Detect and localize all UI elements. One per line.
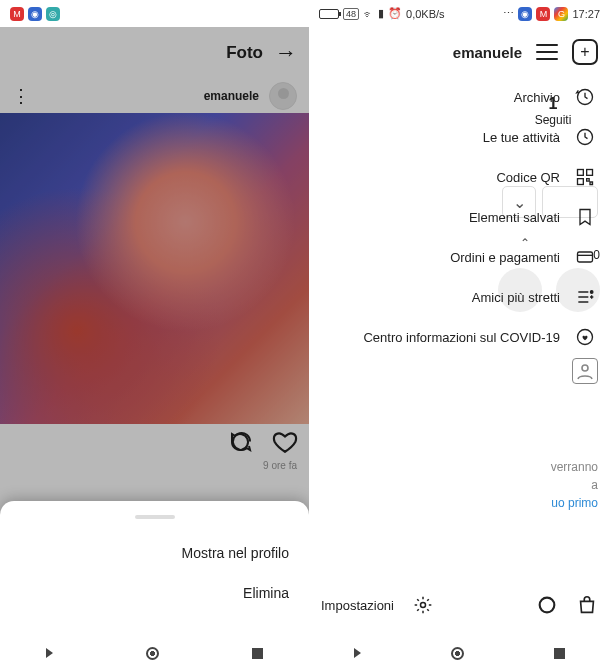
android-nav-right [309,635,610,671]
app-icon: M [10,7,24,21]
nav-home-icon[interactable] [146,647,159,660]
menu-archive[interactable]: Archivio [309,77,610,117]
bookmark-icon [574,206,596,228]
nav-recent-icon[interactable] [252,648,263,659]
menu-closefriends[interactable]: Amici più stretti [309,277,610,317]
app-icon: ◎ [46,7,60,21]
app-icon: M [536,7,550,21]
svg-point-9 [540,598,555,613]
status-bar-left: M ◉ ◎ [0,0,309,27]
nav-home-icon[interactable] [451,647,464,660]
gear-icon[interactable] [412,594,434,616]
svg-rect-3 [578,170,584,176]
left-screenshot: M ◉ ◎ → Foto emanuele ⋮ 9 ore fa [0,0,309,671]
bottom-sheet: Mostra nel profilo Elimina [0,501,309,635]
app-icon: ◉ [28,7,42,21]
svg-point-10 [420,603,425,608]
svg-point-7 [590,291,593,294]
settings-label[interactable]: Impostazioni [321,598,394,613]
ring-icon[interactable] [536,594,558,616]
svg-rect-4 [587,170,593,176]
android-nav-left [0,635,309,671]
battery-label: 48 [343,8,359,20]
create-icon[interactable]: + [572,39,598,65]
bottom-bar: Impostazioni [309,585,610,625]
qr-icon [574,166,596,188]
nav-recent-icon[interactable] [554,648,565,659]
menu-orders[interactable]: Ordini e pagamenti [309,237,610,277]
menu-covid[interactable]: Centro informazioni sul COVID-19 [309,317,610,357]
more-status-icon: ⋯ [503,7,514,20]
drag-handle[interactable] [135,515,175,519]
signal-icon: ▮ [378,7,384,20]
sheet-option-delete[interactable]: Elimina [0,573,309,613]
data-rate: 0,0KB/s [406,8,445,20]
menu-icon[interactable] [536,44,558,60]
sheet-option-show[interactable]: Mostra nel profilo [0,533,309,573]
battery-icon [319,9,339,19]
nav-back-icon[interactable] [46,648,53,658]
app-icon: G [554,7,568,21]
list-icon [574,286,596,308]
clock: 17:27 [572,8,600,20]
app-icon: ◉ [518,7,532,21]
profile-topbar: + emanuele [309,27,610,77]
svg-rect-6 [578,252,593,262]
info-heart-icon [574,326,596,348]
menu-activity[interactable]: Le tue attività [309,117,610,157]
card-icon [574,246,596,268]
side-menu: Archivio Le tue attività Codice QR Eleme… [309,77,610,635]
shop-icon[interactable] [576,594,598,616]
wifi-icon: ᯤ [363,8,374,20]
right-screenshot: 48 ᯤ ▮ ⏰ 0,0KB/s ⋯ ◉ M G 17:27 + emanuel… [309,0,610,671]
svg-rect-5 [578,179,584,185]
archive-icon [574,86,596,108]
menu-saved[interactable]: Elementi salvati [309,197,610,237]
status-bar-right: 48 ᯤ ▮ ⏰ 0,0KB/s ⋯ ◉ M G 17:27 [309,0,610,27]
nav-back-icon[interactable] [354,648,361,658]
menu-qr[interactable]: Codice QR [309,157,610,197]
activity-icon [574,126,596,148]
profile-username[interactable]: emanuele [453,44,522,61]
alarm-icon: ⏰ [388,7,402,20]
